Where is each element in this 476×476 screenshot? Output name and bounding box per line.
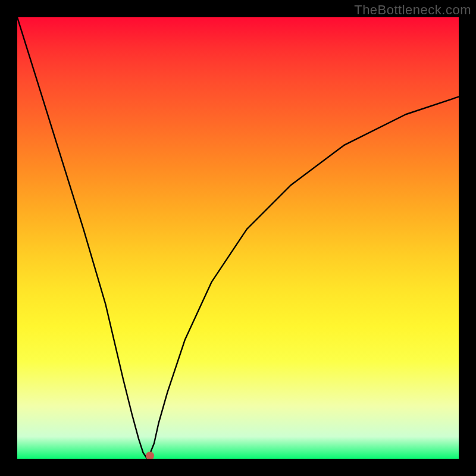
chart-frame: TheBottleneck.com [0,0,476,476]
curve-svg [17,17,459,459]
watermark-text: TheBottleneck.com [354,2,471,18]
plot-area [17,17,459,459]
bottleneck-curve [17,17,459,458]
optimal-point-marker [146,452,154,459]
